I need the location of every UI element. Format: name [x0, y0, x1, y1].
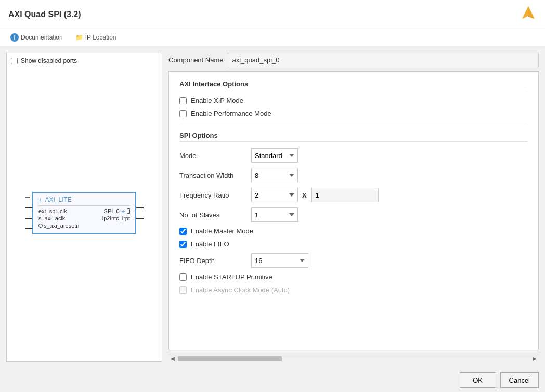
- fifo-depth-select[interactable]: 16 256: [251, 253, 308, 268]
- section-divider-1: [179, 123, 528, 123]
- startup-primitive-row: Enable STARTUP Primitive: [179, 273, 528, 281]
- main-container: AXI Quad SPI (3.2) i Documentation 📁 IP …: [0, 0, 545, 392]
- fifo-depth-label: FIFO Depth: [179, 257, 247, 265]
- slaves-label: No. of Slaves: [179, 211, 247, 219]
- transaction-width-select[interactable]: 8 16 32: [251, 168, 298, 182]
- mode-row: Mode Standard Dual Quad: [179, 148, 528, 163]
- frequency-ratio-input[interactable]: [311, 188, 379, 202]
- async-clock-row: Enable Async Clock Mode (Auto): [179, 286, 528, 294]
- startup-primitive-label: Enable STARTUP Primitive: [191, 273, 272, 281]
- multiplier-label: X: [302, 191, 307, 199]
- info-icon: i: [10, 33, 19, 42]
- show-disabled-row: Show disabled ports: [11, 57, 158, 64]
- svg-marker-2: [523, 6, 534, 19]
- mode-label: Mode: [179, 152, 247, 160]
- component-name-row: Component Name: [168, 53, 539, 67]
- enable-fifo-row: Enable FIFO: [179, 240, 528, 248]
- frequency-ratio-label: Frequency Ratio: [179, 191, 247, 199]
- slaves-select[interactable]: 1 2 3 4: [251, 207, 298, 222]
- component-name-label: Component Name: [168, 56, 224, 64]
- port-ext-spi-clk: ext_spi_clk: [38, 208, 67, 214]
- xilinx-logo: [520, 5, 537, 23]
- show-disabled-label: Show disabled ports: [21, 57, 77, 64]
- port-row-ext-spi: ext_spi_clk SPI_0 +: [38, 208, 130, 214]
- config-scroll-area[interactable]: AXI Interface Options Enable XIP Mode En…: [169, 72, 538, 350]
- component-header: + AXI_LITE: [38, 196, 130, 206]
- right-panel: Component Name AXI Interface Options Ena…: [168, 53, 539, 362]
- master-mode-checkbox[interactable]: [179, 228, 187, 235]
- fifo-depth-row: FIFO Depth 16 256: [179, 253, 528, 268]
- scrollbar-thumb[interactable]: [178, 356, 282, 361]
- plus-icon: +: [38, 197, 42, 203]
- component-canvas: + AXI_LITE ext_spi_clk SPI_0 +: [11, 69, 158, 357]
- axi-interface-section-title: AXI Interface Options: [179, 80, 528, 90]
- spi-options-section-title: SPI Options: [179, 132, 528, 142]
- bottom-bar: OK Cancel: [0, 368, 545, 392]
- component-name-input[interactable]: [228, 53, 539, 67]
- cancel-button[interactable]: Cancel: [500, 372, 539, 388]
- master-mode-label: Enable Master Mode: [191, 227, 253, 235]
- ip-location-label: IP Location: [85, 34, 116, 41]
- mode-select[interactable]: Standard Dual Quad: [251, 148, 298, 163]
- port-spi-0: SPI_0: [104, 208, 120, 214]
- documentation-label: Documentation: [21, 34, 63, 41]
- xip-mode-checkbox[interactable]: [179, 97, 187, 104]
- scroll-left-arrow[interactable]: ◀: [170, 356, 176, 361]
- slaves-row: No. of Slaves 1 2 3 4: [179, 207, 528, 222]
- documentation-button[interactable]: i Documentation: [8, 32, 65, 43]
- show-disabled-checkbox[interactable]: [11, 58, 18, 64]
- enable-fifo-checkbox[interactable]: [179, 241, 187, 248]
- port-s-axi-aresetn: s_axi_aresetn: [44, 223, 80, 229]
- frequency-ratio-select[interactable]: 2 4 16 32: [251, 188, 298, 202]
- component-block: + AXI_LITE ext_spi_clk SPI_0 +: [32, 192, 136, 234]
- port-ip2intc: ip2intc_irpt: [102, 215, 130, 221]
- master-mode-row: Enable Master Mode: [179, 227, 528, 235]
- ip-location-button[interactable]: 📁 IP Location: [73, 33, 119, 42]
- performance-mode-row: Enable Performance Mode: [179, 110, 528, 117]
- xip-mode-label: Enable XIP Mode: [191, 97, 243, 104]
- window-title: AXI Quad SPI (3.2): [8, 10, 81, 19]
- startup-primitive-checkbox[interactable]: [179, 273, 187, 281]
- toolbar: i Documentation 📁 IP Location: [0, 29, 545, 46]
- title-bar: AXI Quad SPI (3.2): [0, 0, 545, 29]
- async-clock-checkbox[interactable]: [179, 286, 187, 294]
- performance-mode-label: Enable Performance Mode: [191, 110, 271, 117]
- transaction-width-label: Transaction Width: [179, 172, 247, 179]
- async-clock-label: Enable Async Clock Mode (Auto): [191, 286, 290, 294]
- folder-icon: 📁: [75, 34, 83, 41]
- performance-mode-checkbox[interactable]: [179, 110, 187, 117]
- ok-button[interactable]: OK: [460, 372, 496, 388]
- frequency-ratio-row: Frequency Ratio 2 4 16 32 X: [179, 188, 528, 202]
- port-row-aresetn: s_axi_aresetn: [38, 223, 130, 229]
- component-name: AXI_LITE: [45, 196, 71, 203]
- port-s-axi-aclk: s_axi_aclk: [38, 215, 65, 221]
- scroll-right-arrow[interactable]: ▶: [531, 356, 538, 361]
- config-panel: AXI Interface Options Enable XIP Mode En…: [168, 71, 539, 350]
- content-area: Show disabled ports: [0, 46, 545, 368]
- enable-fifo-label: Enable FIFO: [191, 240, 229, 248]
- spi0-expand: +: [122, 208, 125, 214]
- xip-mode-row: Enable XIP Mode: [179, 97, 528, 104]
- left-panel: Show disabled ports: [6, 53, 162, 362]
- port-row-aclk: s_axi_aclk ip2intc_irpt: [38, 215, 130, 221]
- transaction-width-row: Transaction Width 8 16 32: [179, 168, 528, 182]
- horizontal-scrollbar[interactable]: ◀ ▶: [168, 355, 539, 362]
